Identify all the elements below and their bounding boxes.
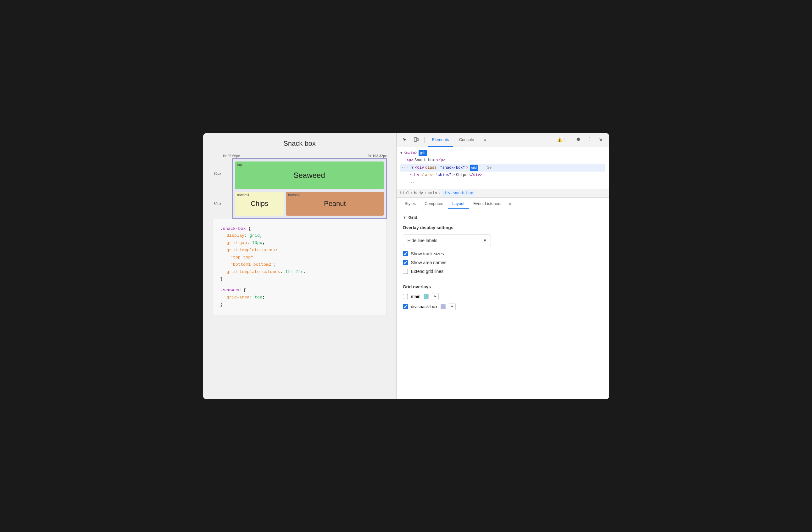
grid-badge-snackbox: grid <box>470 165 478 171</box>
dom-tree: ▼ <main> grid <p>Snack box</p> ··· ▼ <di… <box>396 147 609 190</box>
dom-section: ▼ <main> grid <p>Snack box</p> ··· ▼ <di… <box>396 147 609 198</box>
dom-line-chips[interactable]: <div class="chips" > Chips </div> <box>400 171 605 179</box>
section-divider <box>403 279 603 279</box>
tab-layout[interactable]: Layout <box>448 199 469 209</box>
code-line-11: } <box>220 301 379 308</box>
panel-tabs: Styles Computed Layout Event Listeners » <box>396 198 609 210</box>
more-panels-icon[interactable]: » <box>506 198 514 210</box>
chips-area-label: bottom1 <box>237 193 250 197</box>
code-line-2: display: grid; <box>220 232 379 240</box>
tab-elements[interactable]: Elements <box>428 133 453 147</box>
breadcrumb-main[interactable]: main <box>428 191 437 195</box>
overlay-main-checkbox[interactable] <box>403 294 408 299</box>
row-labels: 80px 80px <box>214 158 223 219</box>
breadcrumb-snackbox[interactable]: div.snack-box <box>442 191 475 196</box>
checkbox-area-names: Show area names <box>403 260 603 265</box>
breadcrumb: html › body › main › div.snack-box <box>396 189 609 198</box>
tab-console[interactable]: Console <box>455 133 478 147</box>
overlay-main-color-swatch[interactable] <box>424 294 429 299</box>
code-line-5: "top top" <box>220 254 379 261</box>
peanut-area-label: bottom2 <box>288 193 301 197</box>
overlay-snackbox-checkbox[interactable] <box>403 304 408 309</box>
code-line-7: grid-template-columns: 1fr 2fr; <box>220 268 379 276</box>
warning-triangle-icon: ⚠️ <box>557 137 562 142</box>
page-title: Snack box <box>213 139 387 148</box>
grid-title-text: Grid <box>408 215 417 220</box>
overlay-main-inspect-icon[interactable] <box>432 293 439 300</box>
devtools-toolbar: Elements Console » ⚠️ 1 ⋮ ✕ <box>396 133 609 147</box>
tab-more[interactable]: » <box>480 133 490 147</box>
more-dots-icon[interactable]: ⋮ <box>585 135 594 144</box>
chips-text: Chips <box>251 199 268 208</box>
line-labels-dropdown[interactable]: Hide line labels ▾ <box>403 235 491 246</box>
code-line-10: grid-area: top; <box>220 294 379 301</box>
overlay-row-main: main <box>403 293 603 300</box>
grid-panel-content: ▼ Grid Overlay display settings Hide lin… <box>396 210 609 399</box>
breadcrumb-html[interactable]: html <box>400 191 409 195</box>
overlay-settings-title: Overlay display settings <box>403 225 603 230</box>
dom-line-snackbox[interactable]: ··· ▼ <div class="snack-box" > grid == $… <box>400 164 605 172</box>
show-track-sizes-checkbox[interactable] <box>403 251 408 256</box>
peanut-text: Peanut <box>324 199 346 208</box>
breadcrumb-body[interactable]: body <box>414 191 423 195</box>
peanut-cell: bottom2 Peanut <box>286 192 383 215</box>
left-panel: Snack box 1fr·96.66px 2fr·193.32px 80px … <box>203 133 396 399</box>
grid-badge-main: grid <box>419 150 427 156</box>
dollar-badge: $0 <box>487 165 492 171</box>
grid-visualizer: 1fr·96.66px 2fr·193.32px 80px 80px top S… <box>213 154 387 219</box>
dom-line-more[interactable]: ··· <box>400 179 605 187</box>
dom-line-p[interactable]: <p>Snack box</p> <box>400 157 605 164</box>
code-line-6: "bottom1 bottom2"; <box>220 261 379 268</box>
toolbar-divider-1 <box>424 137 424 143</box>
overlay-snackbox-inspect-icon[interactable] <box>449 303 456 310</box>
svg-rect-0 <box>414 138 417 141</box>
warning-badge: ⚠️ 1 <box>557 137 566 142</box>
show-track-sizes-label: Show track sizes <box>411 251 444 256</box>
dropdown-value: Hide line labels <box>408 238 437 243</box>
code-line-9: .seaweed { <box>220 287 379 294</box>
grid-container: top Seaweed bottom1 Chips bottom2 Peanut <box>232 158 387 219</box>
dom-ellipsis: ··· <box>402 165 408 171</box>
toolbar-divider-2 <box>570 137 570 143</box>
seaweed-area-label: top <box>237 163 242 167</box>
row-label-1: 80px <box>214 158 223 188</box>
seaweed-text: Seaweed <box>293 171 325 180</box>
chips-cell: bottom1 Chips <box>235 192 284 215</box>
dropdown-container: Hide line labels ▾ <box>403 235 603 246</box>
extend-grid-lines-label: Extend grid lines <box>411 269 444 274</box>
grid-overlays-title: Grid overlays <box>403 284 603 289</box>
warning-count: 1 <box>564 138 566 142</box>
overlay-row-snackbox: div.snack-box <box>403 303 603 310</box>
gear-icon[interactable] <box>574 135 583 144</box>
svg-rect-1 <box>417 139 418 141</box>
code-line-3: grid-gap: 10px; <box>220 240 379 247</box>
code-line-4: grid-template-areas: <box>220 247 379 254</box>
show-area-names-checkbox[interactable] <box>403 260 408 265</box>
code-line-8: } <box>220 276 379 283</box>
show-area-names-label: Show area names <box>411 260 447 265</box>
browser-window: Snack box 1fr·96.66px 2fr·193.32px 80px … <box>203 133 609 399</box>
checkbox-extend-grid: Extend grid lines <box>403 269 603 274</box>
row-label-2: 80px <box>214 188 223 219</box>
grid-section-title: ▼ Grid <box>403 215 603 220</box>
cursor-icon[interactable] <box>400 135 409 144</box>
dom-line-main[interactable]: ▼ <main> grid <box>400 150 605 157</box>
dropdown-arrow-icon: ▾ <box>484 237 486 243</box>
overlay-snackbox-color-swatch[interactable] <box>440 304 446 309</box>
devtools-panel: Elements Console » ⚠️ 1 ⋮ ✕ <box>396 133 609 399</box>
seaweed-cell: top Seaweed <box>235 162 384 189</box>
device-icon[interactable] <box>412 135 420 144</box>
extend-grid-lines-checkbox[interactable] <box>403 269 408 274</box>
code-line-1: .snack-box { <box>220 225 379 233</box>
code-block: .snack-box { display: grid; grid-gap: 10… <box>213 219 387 315</box>
close-icon[interactable]: ✕ <box>597 135 605 144</box>
checkbox-track-sizes: Show track sizes <box>403 251 603 256</box>
tab-styles[interactable]: Styles <box>400 199 420 209</box>
triangle-icon: ▼ <box>403 215 407 220</box>
tab-computed[interactable]: Computed <box>420 199 448 209</box>
overlay-main-label: main <box>411 294 420 299</box>
tab-event-listeners[interactable]: Event Listeners <box>469 199 506 209</box>
col-label-2: 2fr·193.32px <box>367 154 387 158</box>
col-label-1: 1fr·96.66px <box>223 154 240 158</box>
overlay-snackbox-label: div.snack-box <box>411 304 438 309</box>
